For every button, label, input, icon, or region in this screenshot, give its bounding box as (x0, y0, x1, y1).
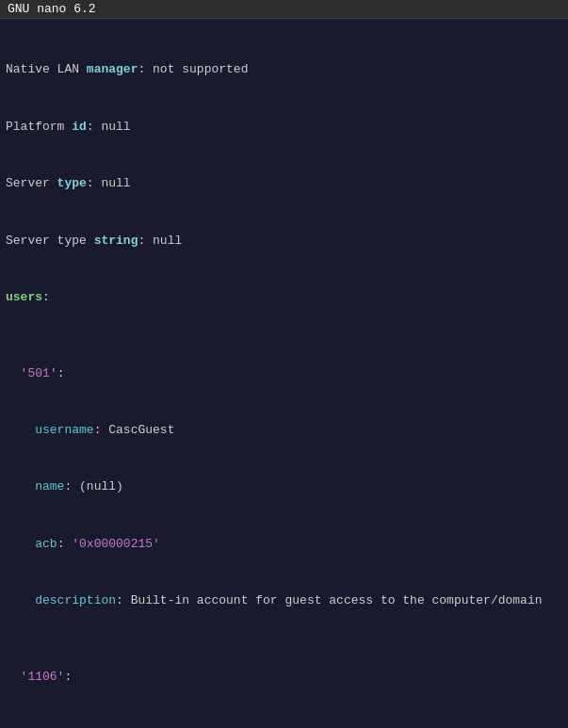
title-bar: GNU nano 6.2 (0, 0, 568, 19)
user-0-name: name: (null) (6, 477, 562, 496)
header-line4: Server type string: null (6, 232, 562, 251)
header-line1: Native LAN manager: not supported (6, 60, 562, 79)
users-heading: users: (6, 288, 562, 307)
user-1-username: username: arksvc (6, 724, 562, 728)
header-line3: Server type: null (6, 174, 562, 193)
user-0-acb: acb: '0x00000215' (6, 535, 562, 554)
header-line2: Platform id: null (6, 118, 562, 137)
user-0-id: '501': (6, 364, 562, 383)
content-area: Native LAN manager: not supported Platfo… (0, 19, 568, 728)
user-1-id: '1106': (6, 668, 562, 687)
title-label: GNU nano 6.2 (8, 2, 96, 16)
user-0-username: username: CascGuest (6, 421, 562, 440)
user-0-description: description: Built-in account for guest … (6, 591, 562, 610)
